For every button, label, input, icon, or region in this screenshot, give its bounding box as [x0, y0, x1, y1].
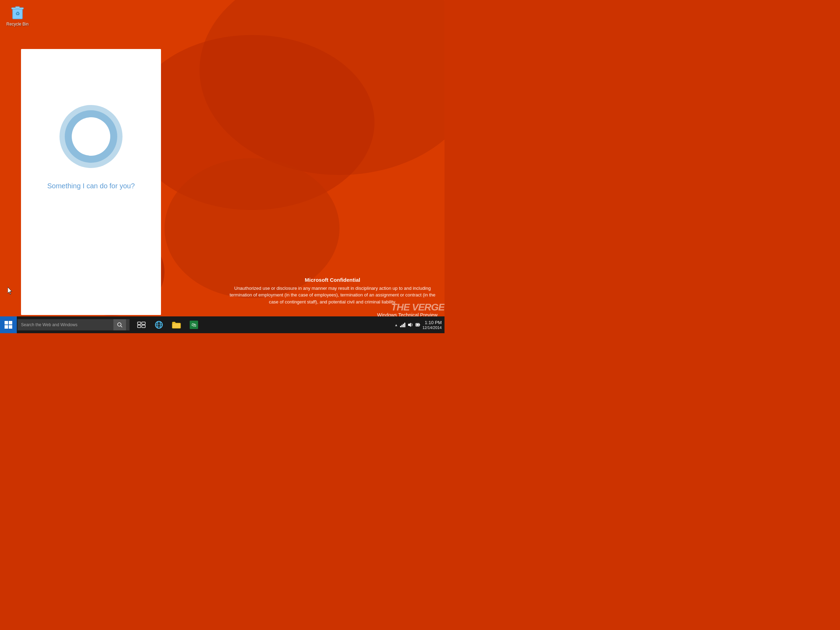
svg-line-6: [121, 326, 122, 327]
svg-rect-7: [137, 322, 141, 324]
svg-marker-4: [8, 287, 12, 294]
taskbar-apps: 🛍: [133, 316, 202, 333]
recycle-bin-label: Recycle Bin: [6, 22, 28, 27]
recycle-bin-svg: ♻: [9, 3, 26, 20]
windows-store-icon: 🛍: [189, 320, 199, 329]
file-explorer-icon: [172, 321, 181, 328]
start-button[interactable]: [0, 316, 17, 333]
taskbar-app-taskview[interactable]: [133, 316, 150, 333]
mouse-cursor: [8, 287, 13, 295]
search-icon-box: [114, 319, 126, 330]
cortana-ring-inner: [72, 117, 110, 156]
system-tray: ▲ 1:10 PM 12/14/2014: [395, 320, 445, 330]
desktop: ♻ Recycle Bin Something I can do for you…: [0, 0, 445, 333]
recycle-bin-icon[interactable]: ♻ Recycle Bin: [3, 3, 32, 27]
svg-rect-20: [401, 325, 403, 327]
tray-overflow-button[interactable]: ▲: [395, 323, 398, 327]
svg-marker-23: [408, 323, 411, 327]
svg-text:🛍: 🛍: [191, 322, 196, 328]
taskbar-app-fileexplorer[interactable]: [168, 316, 185, 333]
taskbar-app-store[interactable]: 🛍: [185, 316, 202, 333]
svg-rect-21: [403, 324, 404, 327]
verge-watermark: THE VERGE: [391, 302, 445, 313]
search-bar[interactable]: Search the Web and Windows: [17, 319, 129, 330]
confidential-notice: Microsoft Confidential Unauthorized use …: [227, 277, 437, 306]
search-icon: [117, 322, 123, 328]
clock-time: 1:10 PM: [422, 320, 442, 325]
taskbar: Search the Web and Windows: [0, 316, 445, 333]
svg-rect-22: [404, 323, 405, 327]
clock-date: 12/14/2014: [422, 325, 442, 330]
svg-rect-8: [142, 322, 145, 324]
internet-explorer-icon: [154, 320, 163, 329]
windows-logo-icon: [5, 321, 12, 328]
cortana-panel: Something I can do for you?: [21, 49, 161, 315]
power-icon: [415, 322, 420, 327]
svg-point-5: [118, 323, 121, 326]
svg-rect-26: [416, 324, 418, 326]
search-input[interactable]: Search the Web and Windows: [21, 322, 114, 327]
task-view-icon: [137, 322, 145, 328]
svg-rect-2: [16, 7, 20, 8]
svg-text:♻: ♻: [16, 11, 20, 16]
taskbar-app-ie[interactable]: [150, 316, 167, 333]
confidential-title: Microsoft Confidential: [227, 277, 437, 283]
svg-rect-10: [142, 325, 145, 328]
svg-rect-16: [172, 323, 181, 328]
clock[interactable]: 1:10 PM 12/14/2014: [422, 320, 442, 330]
svg-rect-9: [137, 325, 141, 328]
cortana-ring: [60, 105, 123, 168]
svg-rect-25: [419, 324, 420, 325]
cortana-prompt: Something I can do for you?: [47, 182, 135, 190]
volume-icon: [408, 322, 413, 327]
network-icon: [400, 322, 406, 327]
svg-rect-19: [400, 326, 401, 327]
